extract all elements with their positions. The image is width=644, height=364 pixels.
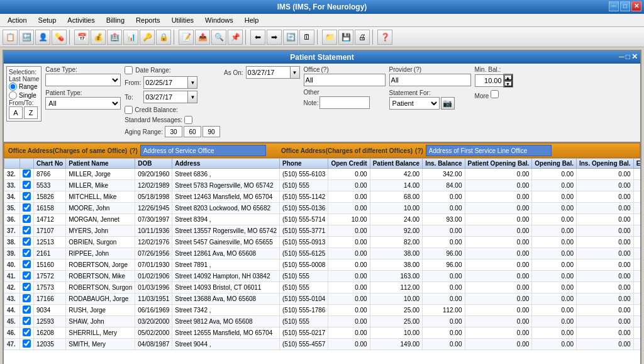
row-checkbox[interactable] xyxy=(23,260,31,268)
row-check-cell[interactable] xyxy=(20,191,34,203)
toolbar-btn-21[interactable]: 🖨 xyxy=(355,30,370,45)
date-range-checkbox[interactable] xyxy=(125,66,133,74)
table-row[interactable]: 32. 8766 MILLER, Jorge 09/20/1960 Street… xyxy=(4,169,641,180)
toolbar-btn-1[interactable]: 📋 xyxy=(3,30,18,45)
menu-windows[interactable]: Windows xyxy=(200,15,238,25)
row-checkbox[interactable] xyxy=(23,271,31,280)
toolbar-btn-2[interactable]: 🔙 xyxy=(19,30,34,45)
toolbar-btn-3[interactable]: 👤 xyxy=(35,30,50,45)
toolbar-btn-4[interactable]: 💊 xyxy=(52,30,67,45)
minimize-button[interactable]: ─ xyxy=(609,1,619,11)
range-radio[interactable] xyxy=(9,82,17,91)
table-row[interactable]: 47. 12035 SMITH, Mery 04/08/1987 Street … xyxy=(4,339,641,350)
row-check-cell[interactable] xyxy=(20,316,34,327)
row-check-cell[interactable] xyxy=(20,225,34,237)
toolbar-btn-10[interactable]: 🔒 xyxy=(156,30,171,45)
row-checkbox[interactable] xyxy=(23,181,31,189)
from-az-input[interactable] xyxy=(9,106,23,119)
menu-action[interactable]: Action xyxy=(3,15,32,25)
menu-activities[interactable]: Activities xyxy=(62,15,99,25)
row-check-cell[interactable] xyxy=(20,214,34,225)
to-date-dropdown-button[interactable]: ▼ xyxy=(187,91,197,103)
table-row[interactable]: 37. 17107 MYERS, John 10/11/1936 Street … xyxy=(4,225,641,237)
row-check-cell[interactable] xyxy=(20,180,34,191)
table-row[interactable]: 40. 15160 ROBERTSON, Jorge 07/01/1930 St… xyxy=(4,259,641,271)
row-checkbox[interactable] xyxy=(23,328,31,336)
main-minimize-button[interactable]: ─ xyxy=(619,52,625,61)
toolbar-btn-15[interactable]: ⬅ xyxy=(250,30,265,45)
maximize-button[interactable]: □ xyxy=(620,1,630,11)
main-restore-button[interactable]: □ xyxy=(626,52,630,61)
aging-input-1[interactable] xyxy=(165,126,182,137)
row-check-cell[interactable] xyxy=(20,248,34,259)
row-check-cell[interactable] xyxy=(20,237,34,248)
row-check-cell[interactable] xyxy=(20,169,34,180)
table-row[interactable]: 39. 2161 RIPPEE, John 07/26/1956 Street … xyxy=(4,248,641,259)
row-checkbox[interactable] xyxy=(23,339,31,348)
row-check-cell[interactable] xyxy=(20,271,34,282)
row-check-cell[interactable] xyxy=(20,339,34,350)
patient-type-select[interactable]: All xyxy=(45,97,121,110)
row-check-cell[interactable] xyxy=(20,327,34,339)
row-checkbox[interactable] xyxy=(23,294,31,302)
table-row[interactable]: 44. 9034 RUSH, Jorge 06/16/1969 Street 7… xyxy=(4,305,641,316)
row-checkbox[interactable] xyxy=(23,317,31,325)
table-row[interactable]: 45. 12593 SHAW, John 03/20/2000 Street 9… xyxy=(4,316,641,327)
office-input[interactable] xyxy=(304,74,386,86)
row-checkbox[interactable] xyxy=(23,283,31,291)
spinner-up[interactable]: ▲ xyxy=(504,74,513,81)
toolbar-btn-6[interactable]: 💰 xyxy=(91,30,106,45)
from-date-input[interactable] xyxy=(143,76,187,89)
toolbar-btn-7[interactable]: 🏥 xyxy=(107,30,122,45)
table-row[interactable]: 33. 5533 MILLER, Mike 12/02/1989 Street … xyxy=(4,180,641,191)
menu-setup[interactable]: Setup xyxy=(33,15,62,25)
table-row[interactable]: 46. 16208 SHERRILL, Mery 05/02/2000 Stre… xyxy=(4,327,641,339)
row-checkbox[interactable] xyxy=(23,237,31,246)
case-type-select[interactable] xyxy=(45,74,121,86)
provider-help[interactable]: (?) xyxy=(414,66,421,73)
table-row[interactable]: 34. 15826 MITCHELL, Mike 05/18/1998 Stre… xyxy=(4,191,641,203)
menu-help[interactable]: Help xyxy=(240,15,264,25)
min-bal-input[interactable] xyxy=(475,74,503,87)
row-checkbox[interactable] xyxy=(23,169,31,178)
statement-for-select[interactable]: Patient xyxy=(389,97,440,110)
row-check-cell[interactable] xyxy=(20,259,34,271)
single-radio[interactable] xyxy=(9,91,17,100)
camera-button[interactable]: 📷 xyxy=(441,97,455,110)
close-button[interactable]: ✕ xyxy=(631,1,641,11)
row-checkbox[interactable] xyxy=(23,249,31,257)
toolbar-btn-5[interactable]: 📅 xyxy=(74,30,89,45)
office-same-help[interactable]: (?) xyxy=(130,147,138,154)
row-check-cell[interactable] xyxy=(20,203,34,214)
standard-messages-checkbox[interactable] xyxy=(184,116,192,124)
office-diff-input[interactable] xyxy=(426,145,552,156)
office-diff-help[interactable]: (?) xyxy=(415,147,423,154)
toolbar-btn-18[interactable]: 🗓 xyxy=(299,30,314,45)
credit-balance-checkbox[interactable] xyxy=(125,106,133,114)
spinner-down[interactable]: ▼ xyxy=(504,81,513,87)
menu-reports[interactable]: Reports xyxy=(131,15,165,25)
row-check-cell[interactable] xyxy=(20,293,34,305)
as-on-dropdown-button[interactable]: ▼ xyxy=(290,66,300,79)
menu-billing[interactable]: Billing xyxy=(101,15,130,25)
menu-utilities[interactable]: Utilities xyxy=(167,15,199,25)
table-row[interactable]: 42. 17573 ROBERTSON, Surgon 01/03/1996 S… xyxy=(4,282,641,293)
note-input[interactable] xyxy=(319,96,370,109)
as-on-date-input[interactable] xyxy=(246,66,290,79)
office-help[interactable]: (?) xyxy=(321,66,328,73)
row-checkbox[interactable] xyxy=(23,192,31,200)
more-checkbox[interactable] xyxy=(491,90,499,98)
toolbar-btn-16[interactable]: ➡ xyxy=(267,30,282,45)
main-close-button[interactable]: ✕ xyxy=(631,52,638,61)
toolbar-btn-13[interactable]: 🔍 xyxy=(211,30,226,45)
toolbar-btn-8[interactable]: 📊 xyxy=(123,30,138,45)
from-date-dropdown-button[interactable]: ▼ xyxy=(187,76,197,89)
to-date-input[interactable] xyxy=(143,91,187,103)
toolbar-btn-17[interactable]: 🔄 xyxy=(283,30,298,45)
table-row[interactable]: 43. 17166 RODABAUGH, Jorge 11/03/1951 St… xyxy=(4,293,641,305)
row-check-cell[interactable] xyxy=(20,305,34,316)
toolbar-btn-11[interactable]: 📝 xyxy=(179,30,194,45)
table-row[interactable]: 36. 14712 MORGAN, Jennet 07/30/1997 Stre… xyxy=(4,214,641,225)
table-row[interactable]: 35. 16158 MOORE, John 12/26/1945 Street … xyxy=(4,203,641,214)
row-checkbox[interactable] xyxy=(23,226,31,234)
